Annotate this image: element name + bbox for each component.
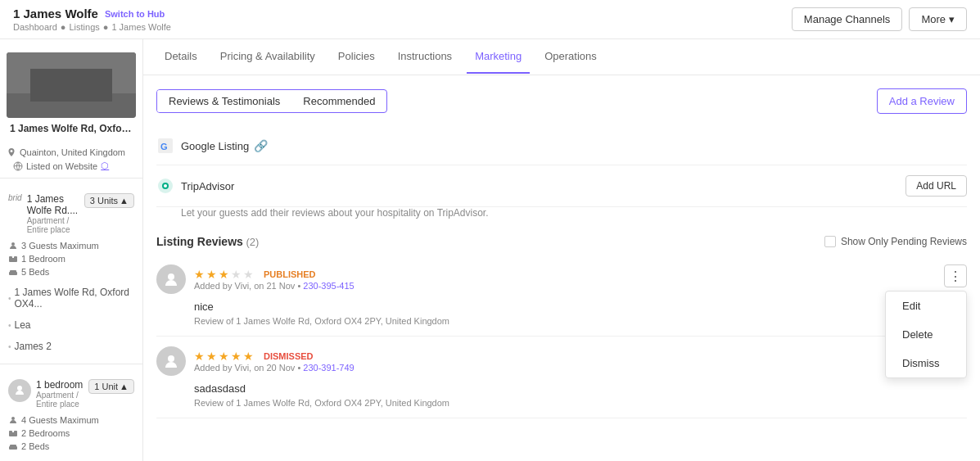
- show-pending-checkbox[interactable]: [824, 236, 836, 247]
- review-ref-1[interactable]: 230-395-415: [303, 281, 354, 291]
- header-actions: Manage Channels More ▾: [792, 7, 967, 31]
- bedroom-icon-2: [8, 428, 18, 438]
- unit-guests-2: 4 Guests Maximum: [0, 414, 142, 427]
- review-card-2: ★ ★ ★ ★ ★ DISMISSED Added by Vivi, on 20…: [156, 337, 967, 418]
- sub-item-2[interactable]: • Lea: [0, 314, 142, 336]
- show-pending-row: Show Only Pending Reviews: [824, 236, 967, 247]
- tripadvisor-section: TripAdvisor Add URL Let your guests add …: [156, 165, 967, 225]
- sub-item-3[interactable]: • James 2: [0, 336, 142, 357]
- sidebar-divider-1: [0, 178, 142, 179]
- review-dropdown-menu: Edit Delete Dismiss: [885, 291, 967, 378]
- title-text: 1 James Wolfe: [13, 7, 98, 20]
- listing-reviews-title: Listing Reviews: [156, 235, 243, 248]
- dropdown-delete[interactable]: Delete: [886, 320, 966, 349]
- review-options-button-1[interactable]: ⋮: [944, 264, 967, 287]
- manage-channels-button[interactable]: Manage Channels: [792, 7, 903, 31]
- globe-icon: [13, 161, 23, 171]
- section-tab-group: Reviews & Testimonials Recommended: [156, 89, 387, 113]
- listing-hero-card: 1 James Wolfe Rd, Oxford O...: [0, 46, 142, 141]
- sidebar: 1 James Wolfe Rd, Oxford O... Quainton, …: [0, 39, 143, 461]
- google-icon: G: [156, 137, 174, 155]
- main-layout: 1 James Wolfe Rd, Oxford O... Quainton, …: [0, 39, 980, 461]
- review-text-1: nice: [194, 301, 967, 313]
- show-pending-label: Show Only Pending Reviews: [841, 236, 967, 247]
- unit-name-2: 1 bedroom: [36, 379, 88, 391]
- svg-text:G: G: [160, 142, 168, 151]
- breadcrumb: Dashboard ● Listings ● 1 James Wolfe: [13, 22, 171, 32]
- bed-icon: [8, 267, 18, 277]
- tab-marketing[interactable]: Marketing: [467, 40, 530, 74]
- top-header: 1 James Wolfe Switch to Hub Dashboard ● …: [0, 0, 980, 39]
- tab-policies[interactable]: Policies: [330, 40, 383, 74]
- review-stars-1: ★ ★ ★ ★ ★ PUBLISHED: [194, 268, 967, 281]
- more-button[interactable]: More ▾: [909, 7, 967, 31]
- listing-reviews-header: Listing Reviews (2) Show Only Pending Re…: [156, 225, 967, 255]
- breadcrumb-dashboard[interactable]: Dashboard: [13, 22, 57, 32]
- unit-name-1: 1 James Wolfe Rd....: [27, 193, 84, 216]
- bedroom-icon: [8, 254, 18, 264]
- review-stars-2: ★ ★ ★ ★ ★ DISMISSED: [194, 350, 967, 363]
- unit-bedrooms-2: 2 Bedrooms: [0, 427, 142, 440]
- sub-item-1[interactable]: • 1 James Wolfe Rd, Oxford OX4...: [0, 282, 142, 314]
- location-icon: [7, 147, 16, 157]
- listing-avatar-2: [8, 379, 31, 402]
- sidebar-divider-2: [0, 364, 142, 364]
- unit-beds-1: 5 Beds: [0, 265, 142, 278]
- listed-badge: Listed on Website ⬡: [7, 160, 136, 171]
- website-external-link[interactable]: ⬡: [101, 160, 109, 171]
- tab-operations[interactable]: Operations: [536, 40, 605, 74]
- unit-group-1: brid 1 James Wolfe Rd.... Apartment / En…: [0, 185, 142, 282]
- add-url-button[interactable]: Add URL: [905, 175, 967, 197]
- unit-group-2: 1 bedroom Apartment / Entire place 1 Uni…: [0, 371, 142, 456]
- review-added-1: Added by Vivi, on 21 Nov • 230-395-415: [194, 281, 967, 291]
- unit-header-2[interactable]: 1 bedroom Apartment / Entire place 1 Uni…: [0, 374, 142, 414]
- listing-reviews-count: (2): [246, 236, 259, 248]
- review-ref-2[interactable]: 230-391-749: [303, 363, 354, 373]
- svg-point-19: [168, 355, 174, 362]
- content-area: Details Pricing & Availability Policies …: [143, 39, 980, 461]
- svg-rect-10: [14, 431, 17, 433]
- tripadvisor-icon: [156, 177, 174, 195]
- review-status-2: DISMISSED: [259, 350, 318, 362]
- breadcrumb-listings[interactable]: Listings: [69, 22, 99, 32]
- review-card-1: ★ ★ ★ ★ ★ PUBLISHED Added by Vivi, on 21…: [156, 255, 967, 337]
- unit-header-1[interactable]: brid 1 James Wolfe Rd.... Apartment / En…: [0, 188, 142, 239]
- tab-pricing[interactable]: Pricing & Availability: [212, 40, 323, 74]
- review-text-2: sadasdasd: [194, 382, 967, 395]
- unit-type-1: Apartment / Entire place: [27, 216, 84, 234]
- header-left: 1 James Wolfe Switch to Hub Dashboard ● …: [13, 7, 171, 32]
- svg-point-7: [11, 417, 15, 420]
- unit-count-1[interactable]: 3 Units ▲: [84, 193, 134, 208]
- review-property-2: Review of 1 James Wolfe Rd, Oxford OX4 2…: [194, 398, 967, 408]
- tab-details[interactable]: Details: [156, 40, 205, 74]
- dropdown-edit[interactable]: Edit: [886, 292, 966, 320]
- svg-rect-12: [10, 445, 16, 447]
- section-tab-recommended[interactable]: Recommended: [291, 90, 386, 112]
- content-body: Reviews & Testimonials Recommended Add a…: [143, 75, 980, 461]
- review-added-2: Added by Vivi, on 20 Nov • 230-391-749: [194, 363, 967, 373]
- svg-rect-6: [10, 270, 16, 273]
- svg-rect-9: [9, 431, 12, 433]
- dropdown-dismiss[interactable]: Dismiss: [886, 349, 966, 377]
- listing-metadata: Quainton, United Kingdom Listed on Websi…: [0, 141, 142, 171]
- svg-point-18: [168, 273, 174, 280]
- bed-icon-2: [8, 441, 18, 451]
- page-title: 1 James Wolfe Switch to Hub: [13, 7, 171, 20]
- google-link-icon[interactable]: 🔗: [254, 139, 268, 152]
- add-review-button[interactable]: Add a Review: [877, 88, 967, 114]
- unit-count-2[interactable]: 1 Unit ▲: [88, 379, 134, 394]
- tab-instructions[interactable]: Instructions: [390, 40, 460, 74]
- svg-rect-4: [14, 256, 17, 259]
- google-listing-label: Google Listing 🔗: [181, 139, 268, 152]
- unit-type-2: Apartment / Entire place: [36, 391, 88, 409]
- unit-guests-1: 3 Guests Maximum: [0, 239, 142, 252]
- listing-card-name: 1 James Wolfe Rd, Oxford O...: [7, 123, 136, 134]
- section-tab-reviews[interactable]: Reviews & Testimonials: [157, 90, 291, 112]
- switch-to-hub-link[interactable]: Switch to Hub: [105, 9, 165, 19]
- listing-location-row: Quainton, United Kingdom: [7, 147, 136, 157]
- breadcrumb-current: 1 James Wolfe: [111, 22, 171, 32]
- section-tabs-row: Reviews & Testimonials Recommended Add a…: [156, 88, 967, 114]
- svg-point-17: [164, 184, 167, 188]
- google-listing-row: G Google Listing 🔗: [156, 127, 967, 165]
- brid-logo: brid: [8, 193, 22, 202]
